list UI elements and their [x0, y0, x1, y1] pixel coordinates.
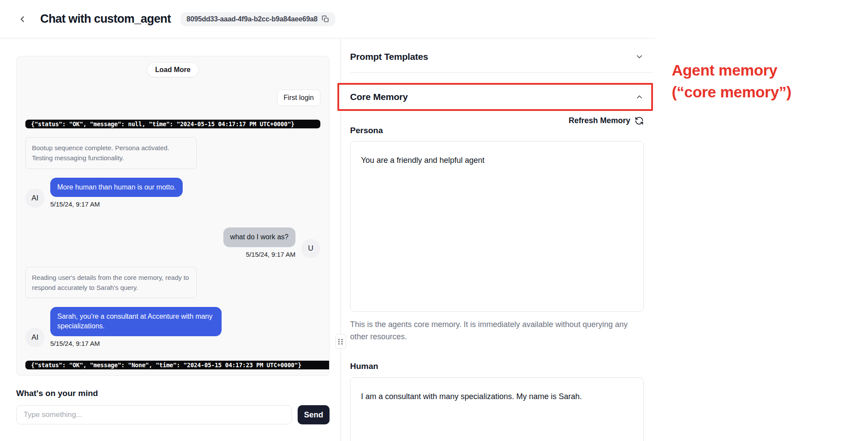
ai-avatar: AI: [25, 189, 45, 208]
copy-icon[interactable]: [322, 15, 329, 23]
human-textarea[interactable]: I am a consultant with many specializati…: [350, 377, 644, 441]
status-message-1: {"status": "OK", "message": null, "time"…: [25, 120, 320, 128]
ai-message-bubble-2: Sarah, you're a consultant at Accenture …: [50, 307, 222, 336]
core-memory-title: Core Memory: [350, 92, 408, 102]
agent-id-value: 8095dd33-aaad-4f9a-b2cc-b9a84aee69a8: [187, 15, 318, 23]
message-input[interactable]: [16, 405, 292, 424]
refresh-icon: [635, 116, 644, 125]
status-json-1: {"status": "OK", "message": null, "time"…: [31, 121, 295, 127]
page-header: Chat with custom_agent 8095dd33-aaad-4f9…: [0, 0, 656, 38]
ai-message-bubble-1: More human than human is our motto.: [50, 178, 183, 197]
user-message-timestamp: 5/15/24, 9:17 AM: [246, 251, 295, 258]
memory-panel: Prompt Templates Core Memory Refresh Mem…: [341, 38, 656, 441]
annotation-line-1: Agent memory: [672, 59, 792, 81]
agent-id-badge: 8095dd33-aaad-4f9a-b2cc-b9a84aee69a8: [181, 12, 335, 26]
composer-heading: What's on your mind: [16, 389, 330, 398]
ai-avatar: AI: [25, 328, 45, 347]
inner-monologue-2: Reading user's details from the core mem…: [25, 267, 197, 299]
refresh-memory-label: Refresh Memory: [569, 116, 630, 125]
prompt-templates-section-toggle[interactable]: Prompt Templates: [350, 38, 653, 73]
chevron-left-icon: [18, 14, 28, 24]
back-button[interactable]: [17, 13, 29, 25]
message-composer: What's on your mind Send: [16, 389, 330, 424]
prompt-templates-title: Prompt Templates: [350, 52, 428, 62]
status-message-2: {"status": "OK", "message": "None", "tim…: [25, 361, 329, 369]
first-login-badge: First login: [277, 90, 320, 106]
ai-message-row-2: AI Sarah, you're a consultant at Accentu…: [25, 307, 320, 347]
status-json-2: {"status": "OK", "message": "None", "tim…: [31, 362, 301, 369]
ai-message-timestamp-2: 5/15/24, 9:17 AM: [50, 340, 100, 347]
core-memory-description: This is the agents core memory. It is im…: [350, 319, 630, 343]
refresh-memory-button[interactable]: Refresh Memory: [350, 116, 644, 125]
ai-message-timestamp-1: 5/15/24, 9:17 AM: [50, 200, 100, 208]
user-message-row: what do I work as? 5/15/24, 9:17 AM U: [25, 227, 320, 258]
core-memory-section-toggle[interactable]: Core Memory: [337, 83, 653, 111]
grip-dots-icon: [338, 339, 343, 345]
send-button[interactable]: Send: [298, 405, 330, 424]
chevron-up-icon: [635, 93, 644, 101]
app-window: Chat with custom_agent 8095dd33-aaad-4f9…: [0, 0, 656, 441]
page-title: Chat with custom_agent: [40, 12, 171, 26]
chat-column: Load More First login {"status": "OK", "…: [0, 38, 341, 441]
chat-message-list: Load More First login {"status": "OK", "…: [16, 56, 330, 376]
human-label: Human: [350, 362, 644, 371]
chevron-down-icon: [635, 52, 644, 61]
ai-message-row-1: AI More human than human is our motto. 5…: [25, 178, 320, 208]
load-more-button[interactable]: Load More: [147, 62, 199, 77]
annotation-line-2: (“core memory”): [672, 81, 792, 103]
user-message-bubble: what do I work as?: [223, 227, 295, 247]
panel-resize-handle[interactable]: [335, 334, 346, 349]
persona-label: Persona: [350, 126, 644, 135]
persona-textarea[interactable]: You are a friendly and helpful agent: [350, 141, 644, 312]
user-avatar: U: [301, 239, 320, 258]
inner-monologue-1: Bootup sequence complete. Persona activa…: [25, 137, 197, 169]
annotation-agent-memory: Agent memory (“core memory”): [672, 59, 792, 103]
